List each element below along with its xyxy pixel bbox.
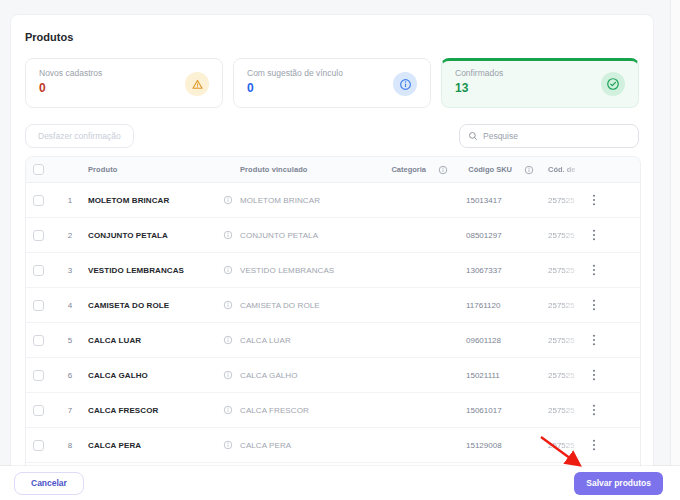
row-info-icon[interactable] [223,230,233,240]
row-number: 1 [60,196,80,205]
card-label: Com sugestão de vínculo [247,68,418,78]
product-name: CALCA PERA [80,441,216,450]
sku-code: 13067337 [452,266,540,275]
header-codigo-sku: Código SKU [468,165,512,174]
row-menu-icon[interactable] [590,262,598,278]
product-name: VESTIDO LEMBRANCAS [80,266,216,275]
card-label: Novos cadastros [39,68,210,78]
product-name: CALCA GALHO [80,371,216,380]
sku-code: 11761120 [452,301,540,310]
row-menu-icon[interactable] [590,227,598,243]
product-name: CALCA FRESCOR [80,406,216,415]
row-menu-icon[interactable] [590,437,598,453]
table-row: 7 CALCA FRESCOR CALCA FRESCOR 15061017 2… [26,393,640,428]
card-com-sugestao[interactable]: Com sugestão de vínculo 0 [233,58,431,108]
categoria-info-icon[interactable] [438,165,448,175]
card-confirmados[interactable]: Confirmados 13 [441,58,639,108]
row-number: 6 [60,371,80,380]
header-cod-de: Cód. de [540,165,586,174]
row-checkbox[interactable] [33,300,44,311]
linked-product-name: CONJUNTO PETALA [240,231,374,240]
row-checkbox[interactable] [33,370,44,381]
row-checkbox[interactable] [33,335,44,346]
search-input[interactable] [483,131,630,141]
linked-product-name: MOLETOM BRINCAR [240,196,374,205]
table-row: 5 CALCA LUAR CALCA LUAR 09601128 257525 [26,323,640,358]
row-info-icon[interactable] [223,335,233,345]
table-body: 1 MOLETOM BRINCAR MOLETOM BRINCAR 150134… [26,183,640,498]
cod-de-value: 257525 [540,406,586,415]
sku-code: 15021111 [452,371,540,380]
save-products-button[interactable]: Salvar produtos [574,472,663,495]
cancel-button[interactable]: Cancelar [14,472,84,495]
table-header-row: Produto Produto vinculado Categoria Códi… [26,157,640,183]
row-menu-icon[interactable] [590,297,598,313]
sku-code: 15129008 [452,441,540,450]
summary-cards: Novos cadastros 0 Com sugestão de víncul… [25,58,639,108]
sku-info-icon[interactable] [524,165,534,175]
cod-de-value: 257525 [540,441,586,450]
product-name: CALCA LUAR [80,336,216,345]
undo-confirmation-button[interactable]: Desfazer confirmação [25,124,134,148]
table-toolbar: Desfazer confirmação [25,124,639,148]
header-produto-vinculado: Produto vinculado [240,165,374,174]
row-checkbox[interactable] [33,440,44,451]
sku-code: 08501297 [452,231,540,240]
select-all-checkbox[interactable] [33,164,44,175]
row-number: 3 [60,266,80,275]
sku-code: 09601128 [452,336,540,345]
cod-de-value: 257525 [540,266,586,275]
linked-product-name: VESTIDO LEMBRANCAS [240,266,374,275]
page-scrollbar[interactable] [670,0,680,500]
cod-de-value: 257525 [540,196,586,205]
linked-product-name: CAMISETA DO ROLE [240,301,374,310]
linked-product-name: CALCA PERA [240,441,374,450]
product-name: CAMISETA DO ROLE [80,301,216,310]
row-info-icon[interactable] [223,440,233,450]
products-table: Produto Produto vinculado Categoria Códi… [25,156,641,498]
product-name: CONJUNTO PETALA [80,231,216,240]
row-menu-icon[interactable] [590,367,598,383]
row-number: 4 [60,301,80,310]
row-menu-icon[interactable] [590,402,598,418]
row-checkbox[interactable] [33,230,44,241]
card-label: Confirmados [455,68,626,78]
cod-de-value: 257525 [540,231,586,240]
product-name: MOLETOM BRINCAR [80,196,216,205]
header-produto: Produto [80,165,216,174]
check-circle-icon [601,72,625,96]
cod-de-value: 257525 [540,336,586,345]
table-row: 1 MOLETOM BRINCAR MOLETOM BRINCAR 150134… [26,183,640,218]
row-menu-icon[interactable] [590,332,598,348]
row-number: 8 [60,441,80,450]
row-checkbox[interactable] [33,195,44,206]
cod-de-value: 257525 [540,301,586,310]
row-checkbox[interactable] [33,405,44,416]
cod-de-value: 257525 [540,371,586,380]
sku-code: 15061017 [452,406,540,415]
row-info-icon[interactable] [223,265,233,275]
row-menu-icon[interactable] [590,192,598,208]
linked-product-name: CALCA GALHO [240,371,374,380]
row-info-icon[interactable] [223,195,233,205]
row-info-icon[interactable] [223,370,233,380]
info-circle-icon [393,72,417,96]
table-row: 8 CALCA PERA CALCA PERA 15129008 257525 [26,428,640,463]
row-checkbox[interactable] [33,265,44,276]
linked-product-name: CALCA LUAR [240,336,374,345]
linked-product-name: CALCA FRESCOR [240,406,374,415]
table-row: 6 CALCA GALHO CALCA GALHO 15021111 25752… [26,358,640,393]
row-info-icon[interactable] [223,300,233,310]
card-novos-cadastros[interactable]: Novos cadastros 0 [25,58,223,108]
footer-bar: Cancelar Salvar produtos [0,466,680,500]
search-box[interactable] [459,124,639,148]
warning-triangle-icon [185,72,209,96]
row-info-icon[interactable] [223,405,233,415]
row-number: 2 [60,231,80,240]
sku-code: 15013417 [452,196,540,205]
page-title: Produtos [25,31,639,43]
products-panel: Produtos Novos cadastros 0 Com sugestão … [10,14,654,500]
search-icon [468,131,478,141]
table-row: 3 VESTIDO LEMBRANCAS VESTIDO LEMBRANCAS … [26,253,640,288]
row-number: 5 [60,336,80,345]
